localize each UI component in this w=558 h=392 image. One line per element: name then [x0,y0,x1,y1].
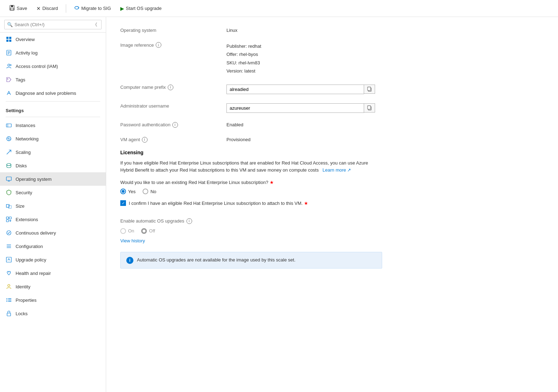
sidebar-divider-2 [6,117,100,117]
svg-rect-2 [10,8,14,10]
toggle-on-circle [120,228,126,234]
svg-point-13 [7,79,8,80]
diagnose-icon [6,90,12,96]
overview-label: Overview [16,37,35,42]
continuous-delivery-label: Continuous delivery [16,230,56,236]
sidebar-item-identity[interactable]: Identity [0,280,106,293]
os-field-row: Operating system Linux [120,25,544,33]
computer-name-copy-button[interactable] [364,85,375,94]
upgrade-icon: ▶ [120,6,124,11]
image-ref-label: Image reference i [120,40,226,48]
tags-icon [6,76,12,83]
sidebar-item-networking[interactable]: Networking [0,132,106,145]
confirm-checkbox[interactable]: ✓ [120,200,126,206]
sidebar-item-instances[interactable]: Instances [0,119,106,132]
computer-name-info-icon[interactable]: i [168,85,173,90]
sidebar-item-locks[interactable]: Locks [0,307,106,320]
password-auth-info-icon[interactable]: i [172,122,178,128]
save-button[interactable]: Save [6,3,31,13]
save-icon [9,5,15,12]
sidebar-item-disks[interactable]: Disks [0,159,106,172]
toggle-on-label: On [128,228,134,234]
activity-log-label: Activity log [16,50,38,56]
copy-icon [367,87,372,92]
svg-rect-27 [9,217,11,219]
password-auth-label: Password authentication i [120,120,226,128]
sidebar-item-scaling[interactable]: Scaling [0,145,106,159]
view-history-link[interactable]: View history [120,238,145,243]
checkbox-label: I confirm I have an eligible Red Hat Ent… [129,200,308,207]
properties-icon [6,297,12,303]
subscription-radio-group: Yes No [120,189,544,194]
admin-username-input[interactable] [226,103,364,113]
svg-rect-4 [9,37,11,39]
networking-label: Networking [16,136,39,142]
sidebar-item-operating-system[interactable]: Operating system [0,172,106,186]
overview-icon [6,36,12,42]
security-icon [6,189,12,196]
sidebar-item-extensions[interactable]: Extensions [0,213,106,226]
radio-yes-circle [120,189,126,194]
copy-icon-2 [367,105,372,110]
sidebar-item-diagnose[interactable]: Diagnose and solve problems [0,86,106,100]
svg-rect-47 [368,106,371,109]
sidebar-item-configuration[interactable]: Configuration [0,240,106,253]
upgrade-button[interactable]: ▶ Start OS upgrade [117,4,165,13]
admin-username-value [226,101,544,113]
vm-agent-info-icon[interactable]: i [142,137,148,143]
image-ref-info-icon[interactable]: i [156,42,161,48]
sidebar-item-continuous-delivery[interactable]: Continuous delivery [0,226,106,240]
health-repair-label: Health and repair [16,271,51,276]
sidebar-item-health-repair[interactable]: Health and repair [0,266,106,280]
migrate-icon [74,5,80,12]
radio-yes-label: Yes [128,189,136,194]
networking-icon [6,136,12,142]
sidebar-item-size[interactable]: Size [0,199,106,213]
delivery-icon [6,230,12,236]
svg-rect-25 [8,206,11,208]
sidebar-item-security[interactable]: Security [0,186,106,199]
svg-point-12 [10,64,11,66]
search-input[interactable] [4,20,102,29]
licensing-text: If you have eligible Red Hat Enterprise … [120,160,375,174]
svg-rect-5 [6,40,8,42]
instances-icon [6,122,12,128]
discard-button[interactable]: ✕ Discard [33,4,62,13]
instances-label: Instances [16,123,35,128]
discard-icon: ✕ [36,6,41,11]
password-auth-field-row: Password authentication i Enabled [120,120,544,128]
toggle-off[interactable]: Off [141,228,155,234]
image-ref-value: Publisher: redhat Offer: rhel-byos SKU: … [226,40,544,75]
radio-yes[interactable]: Yes [120,189,136,194]
security-label: Security [16,190,32,195]
locks-icon [6,310,12,317]
radio-no-circle [143,189,148,194]
configuration-label: Configuration [16,244,43,249]
sidebar-nav: Overview Activity log Access control (IA… [0,33,106,392]
image-ref-field-row: Image reference i Publisher: redhat Offe… [120,40,544,75]
checkbox-required-star: ★ [304,201,308,206]
computer-name-input[interactable] [226,85,364,94]
radio-no[interactable]: No [143,189,156,194]
checkbox-row: ✓ I confirm I have an eligible Red Hat E… [120,200,375,207]
sidebar-item-upgrade-policy[interactable]: Upgrade policy [0,253,106,266]
learn-more-link[interactable]: Learn more ↗ [323,167,351,174]
os-icon [6,176,12,182]
sidebar-item-access-control[interactable]: Access control (IAM) [0,59,106,73]
migrate-button[interactable]: Migrate to SIG [70,3,115,13]
sidebar-item-overview[interactable]: Overview [0,33,106,46]
os-upgrade-info-icon[interactable]: i [186,218,192,224]
sidebar-item-tags[interactable]: Tags [0,73,106,86]
upgrade-policy-label: Upgrade policy [16,257,46,263]
properties-label: Properties [16,298,36,303]
os-upgrade-section: Enable automatic OS upgrades i On Off Vi… [120,218,544,269]
main-layout: 🔍 《 Overview Activity log [0,17,558,392]
collapse-button[interactable]: 《 [93,22,97,28]
toggle-on[interactable]: On [120,228,134,234]
required-star: ★ [270,180,274,185]
sidebar-item-activity-log[interactable]: Activity log [0,46,106,59]
scaling-icon [6,149,12,155]
admin-username-copy-button[interactable] [364,103,375,113]
os-value: Linux [226,25,544,33]
sidebar-item-properties[interactable]: Properties [0,293,106,307]
